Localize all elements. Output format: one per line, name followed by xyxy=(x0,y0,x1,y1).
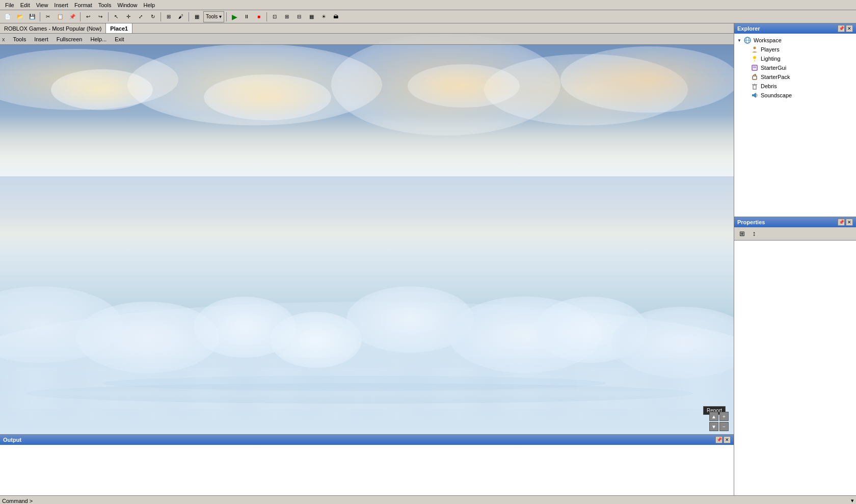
properties-header: Properties 📌 ✕ xyxy=(734,217,856,227)
svg-point-3 xyxy=(754,47,756,49)
save-btn[interactable]: 💾 xyxy=(26,11,38,22)
explorer-title: Explorer xyxy=(737,25,760,32)
view4-btn[interactable]: ▦ xyxy=(306,11,317,22)
game-close-x[interactable]: x xyxy=(2,36,5,42)
sep2 xyxy=(80,12,81,21)
scale-btn[interactable]: ⤢ xyxy=(135,11,146,22)
menu-insert[interactable]: Insert xyxy=(51,1,71,9)
svg-point-4 xyxy=(753,56,756,59)
menu-file[interactable]: File xyxy=(2,1,17,9)
game-exit[interactable]: Exit xyxy=(113,35,126,43)
right-panel: Explorer 📌 ✕ ▼ Workspace xyxy=(734,23,856,495)
paint-btn[interactable]: 🖌 xyxy=(175,11,186,22)
output-header: Output 📌 ✕ xyxy=(0,435,734,445)
players-label: Players xyxy=(761,46,780,52)
output-pin-btn[interactable]: 📌 xyxy=(715,436,723,443)
tab-bar: ROBLOX Games - Most Popular (Now) Place1 xyxy=(0,23,734,34)
properties-grid-btn[interactable]: ⊞ xyxy=(736,228,747,240)
cut-btn[interactable]: ✂ xyxy=(42,11,54,22)
app-tab-label: ROBLOX Games - Most Popular (Now) xyxy=(4,25,101,32)
properties-header-buttons: 📌 ✕ xyxy=(838,219,853,226)
explorer-close-btn[interactable]: ✕ xyxy=(846,25,853,32)
starterpack-icon xyxy=(751,73,759,81)
view6-btn[interactable]: 🏔 xyxy=(330,11,341,22)
camera-controls: ▲ + ▼ − xyxy=(709,412,729,431)
tools-dropdown[interactable]: Tools ▾ xyxy=(203,11,224,22)
debris-icon xyxy=(751,82,759,90)
explorer-panel: Explorer 📌 ✕ ▼ Workspace xyxy=(734,23,856,217)
properties-close-btn[interactable]: ✕ xyxy=(846,219,853,226)
cam-down-right[interactable]: ▼ xyxy=(709,422,718,431)
rotate-btn[interactable]: ↻ xyxy=(147,11,158,22)
properties-pin-btn[interactable]: 📌 xyxy=(838,219,845,226)
output-title: Output xyxy=(3,437,21,443)
game-help[interactable]: Help... xyxy=(88,35,109,43)
sep5 xyxy=(189,12,189,21)
cam-zoom-in[interactable]: + xyxy=(719,412,729,421)
stop-btn[interactable]: ■ xyxy=(253,11,264,22)
view3-btn[interactable]: ⊟ xyxy=(293,11,305,22)
main-layout: ROBLOX Games - Most Popular (Now) Place1 xyxy=(0,23,856,495)
startergui-icon xyxy=(751,64,759,72)
viewport-area: ROBLOX Games - Most Popular (Now) Place1 xyxy=(0,23,734,495)
explorer-workspace[interactable]: ▼ Workspace xyxy=(735,36,855,45)
menu-tools[interactable]: Tools xyxy=(95,1,115,9)
dropdown-icon[interactable]: ▾ xyxy=(851,497,854,504)
commandbar: Command > ▾ xyxy=(0,495,856,504)
explorer-players[interactable]: Players xyxy=(735,45,855,54)
explorer-pin-btn[interactable]: 📌 xyxy=(838,25,845,32)
menu-help[interactable]: Help xyxy=(141,1,158,9)
app-tab: ROBLOX Games - Most Popular (Now) xyxy=(0,23,106,33)
starterpack-expand[interactable] xyxy=(743,74,750,80)
paste-btn[interactable]: 📌 xyxy=(67,11,78,22)
play-btn[interactable]: ▶ xyxy=(229,11,240,22)
explorer-startergui[interactable]: StarterGui xyxy=(735,63,855,72)
move-btn[interactable]: ✛ xyxy=(123,11,134,22)
workspace-expand[interactable]: ▼ xyxy=(736,37,742,43)
undo-btn[interactable]: ↩ xyxy=(83,11,94,22)
game-fullscreen[interactable]: Fullscreen xyxy=(55,35,85,43)
open-btn[interactable]: 📂 xyxy=(14,11,25,22)
game-viewport: x Tools Insert Fullscreen Help... Exit R… xyxy=(0,34,734,434)
cam-up-left[interactable]: ▲ xyxy=(709,412,718,421)
new-btn[interactable]: 📄 xyxy=(2,11,13,22)
explorer-debris[interactable]: Debris xyxy=(735,82,855,91)
explorer-starterpack[interactable]: StarterPack xyxy=(735,72,855,82)
debris-expand[interactable] xyxy=(743,83,750,89)
game-insert[interactable]: Insert xyxy=(32,35,50,43)
view5-btn[interactable]: ☀ xyxy=(318,11,329,22)
menu-format[interactable]: Format xyxy=(71,1,95,9)
select-btn[interactable]: ↖ xyxy=(111,11,122,22)
lighting-expand[interactable] xyxy=(743,56,750,62)
menu-edit[interactable]: Edit xyxy=(17,1,33,9)
copy-btn[interactable]: 📋 xyxy=(55,11,66,22)
pause-btn[interactable]: ⏸ xyxy=(241,11,252,22)
command-input[interactable] xyxy=(35,498,851,504)
game-toolbar: x Tools Insert Fullscreen Help... Exit xyxy=(0,34,734,45)
material-btn[interactable]: ▦ xyxy=(191,11,202,22)
soundscape-icon xyxy=(751,91,759,99)
properties-sort-btn[interactable]: ↕ xyxy=(748,228,760,240)
explorer-lighting[interactable]: Lighting xyxy=(735,54,855,63)
startergui-expand[interactable] xyxy=(743,65,750,71)
properties-panel: Properties 📌 ✕ ⊞ ↕ xyxy=(734,217,856,495)
menu-window[interactable]: Window xyxy=(114,1,140,9)
cam-zoom-out[interactable]: − xyxy=(719,422,729,431)
sep1 xyxy=(40,12,40,21)
explorer-soundscape[interactable]: Soundscape xyxy=(735,91,855,100)
place-tab[interactable]: Place1 xyxy=(106,23,132,33)
snap-btn[interactable]: ⊞ xyxy=(163,11,174,22)
view1-btn[interactable]: ⊡ xyxy=(269,11,280,22)
redo-btn[interactable]: ↪ xyxy=(95,11,106,22)
sep3 xyxy=(108,12,109,21)
game-tools[interactable]: Tools xyxy=(11,35,29,43)
output-header-buttons: 📌 ✕ xyxy=(715,436,731,443)
explorer-header: Explorer 📌 ✕ xyxy=(734,23,856,34)
output-close-btn[interactable]: ✕ xyxy=(724,436,731,443)
menu-view[interactable]: View xyxy=(33,1,51,9)
svg-rect-8 xyxy=(753,85,756,89)
properties-toolbar: ⊞ ↕ xyxy=(734,227,856,241)
soundscape-expand[interactable] xyxy=(743,92,750,98)
view2-btn[interactable]: ⊞ xyxy=(281,11,292,22)
players-expand[interactable] xyxy=(743,46,750,52)
